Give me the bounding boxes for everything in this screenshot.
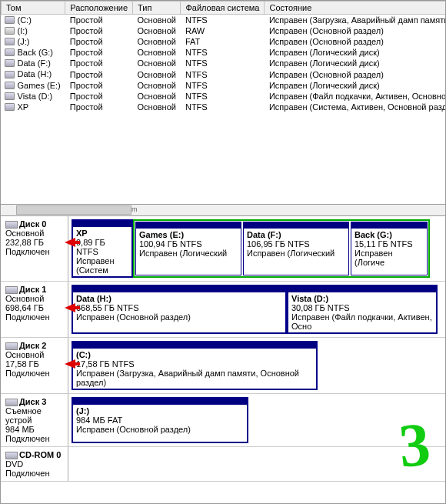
partition-size: 100,94 ГБ NTFS — [139, 239, 202, 249]
cell-state: Исправен (Основной раздел) — [265, 36, 446, 47]
volume-list-panel[interactable]: ТомРасположениеТипФайловая системаСостоя… — [0, 0, 446, 204]
table-row[interactable]: XPПростойОсновнойNTFSИсправен (Система, … — [2, 102, 447, 112]
partition[interactable]: XP9,89 ГБ NTFSИсправен (Систем — [72, 219, 133, 278]
partition-header-bar — [288, 286, 436, 292]
cell-fs: NTFS — [181, 68, 265, 79]
column-header[interactable]: Том — [2, 2, 65, 15]
partition-body: XP9,89 ГБ NTFSИсправен (Систем — [73, 227, 131, 276]
table-row[interactable]: Games (E:)ПростойОсновнойNTFSИсправен (Л… — [2, 80, 447, 91]
cell-state: Исправен (Логический диск) — [265, 47, 446, 58]
partition-title: Games (E:) — [139, 230, 184, 239]
cell-type: Основной — [133, 25, 181, 36]
cell-layout: Простой — [65, 91, 133, 102]
red-arrow-annotation — [65, 303, 80, 314]
partition-body: (J:)984 МБ FATИсправен (Основной раздел) — [73, 405, 247, 436]
disk-size: 984 МБ — [5, 425, 35, 434]
partition-size: 15,11 ГБ NTFS — [354, 239, 413, 249]
column-header[interactable]: Расположение — [65, 2, 133, 15]
disk-label[interactable]: Диск 1Основной698,64 ГБПодключен — [1, 282, 68, 337]
disk-kind: Основной — [5, 229, 44, 238]
partition-size: 30,08 ГБ NTFS — [291, 303, 350, 312]
top-scrollbar[interactable]: m — [0, 204, 446, 216]
cell-fs: FAT — [181, 36, 265, 47]
partition[interactable]: Vista (D:)30,08 ГБ NTFSИсправен (Файл по… — [287, 285, 438, 334]
partition-state: Исправен (Файл подкачки, Активен, Осно — [291, 312, 432, 331]
volume-name-cell: Games (E:) — [2, 80, 65, 91]
cell-layout: Простой — [65, 80, 133, 91]
cell-state: Исправен (Файл подкачки, Активен, Основн… — [265, 91, 446, 102]
disk-name: Диск 2 — [19, 341, 46, 350]
cell-layout: Простой — [65, 58, 133, 68]
disk-kind: Основной — [5, 350, 44, 359]
table-row[interactable]: Vista (D:)ПростойОсновнойNTFSИсправен (Ф… — [2, 91, 447, 102]
disk-icon — [5, 221, 18, 229]
partition-size: 9,89 ГБ NTFS — [76, 238, 105, 256]
disk-name: CD-ROM 0 — [19, 450, 61, 459]
scrollbar-thumb[interactable] — [16, 205, 131, 215]
extended-partition-group: Games (E:)100,94 ГБ NTFSИсправен (Логиче… — [133, 219, 430, 278]
partition-body: Games (E:)100,94 ГБ NTFSИсправен (Логиче… — [136, 229, 241, 259]
disk-name: Диск 1 — [19, 285, 46, 294]
partition-size: 668,55 ГБ NTFS — [76, 303, 139, 312]
disk-size: 17,58 ГБ — [5, 359, 39, 369]
table-row[interactable]: (J:)ПростойОсновнойFATИсправен (Основной… — [2, 36, 447, 47]
partition[interactable]: Back (G:)15,11 ГБ NTFSИсправен (Логиче — [351, 222, 428, 275]
table-row[interactable]: Data (H:)ПростойОсновнойNTFSИсправен (Ос… — [2, 68, 447, 79]
partition[interactable]: Games (E:)100,94 ГБ NTFSИсправен (Логиче… — [135, 222, 241, 275]
partition-title: Data (F:) — [247, 230, 281, 239]
table-row[interactable]: (C:)ПростойОсновнойNTFSИсправен (Загрузк… — [2, 15, 447, 26]
column-header[interactable]: Состояние — [265, 2, 446, 15]
cell-layout: Простой — [65, 25, 133, 36]
disk-kind: DVD — [5, 459, 23, 469]
disk-row: Диск 0Основной232,88 ГБПодключенXP9,89 Г… — [1, 216, 445, 282]
disk-status: Подключен — [5, 312, 50, 322]
disk-row: Диск 1Основной698,64 ГБПодключенData (H:… — [1, 282, 445, 338]
partition-body: Back (G:)15,11 ГБ NTFSИсправен (Логиче — [351, 229, 427, 269]
partition[interactable]: (J:)984 МБ FATИсправен (Основной раздел) — [72, 397, 248, 443]
partition-state: Исправен (Загрузка, Аварийный дамп памят… — [76, 369, 299, 387]
cell-fs: NTFS — [181, 91, 265, 102]
partition[interactable]: Data (F:)106,95 ГБ NTFSИсправен (Логичес… — [243, 222, 349, 275]
partition[interactable]: Data (H:)668,55 ГБ NTFSИсправен (Основно… — [72, 285, 287, 334]
disk-partitions: Data (H:)668,55 ГБ NTFSИсправен (Основно… — [68, 282, 445, 337]
volume-name-cell: (J:) — [2, 36, 65, 47]
disk-label[interactable]: CD-ROM 0DVDПодключен — [1, 447, 68, 481]
partition-title: Data (H:) — [76, 294, 112, 303]
volume-name-cell: Back (G:) — [2, 47, 65, 58]
disk-partitions: XP9,89 ГБ NTFSИсправен (СистемGames (E:)… — [68, 216, 445, 281]
disk-partitions — [68, 447, 445, 481]
volume-icon — [5, 16, 15, 24]
disk-partitions: (J:)984 МБ FATИсправен (Основной раздел) — [68, 394, 445, 446]
column-header[interactable]: Файловая система — [181, 2, 265, 15]
table-row[interactable]: Back (G:)ПростойОсновнойNTFSИсправен (Ло… — [2, 47, 447, 58]
disk-row: Диск 2Основной17,58 ГБПодключен(C:)17,58… — [1, 338, 445, 394]
disk-kind: Съемное устрой — [5, 406, 42, 425]
cell-layout: Простой — [65, 68, 133, 79]
column-header[interactable]: Тип — [133, 2, 181, 15]
disk-map-panel: Диск 0Основной232,88 ГБПодключенXP9,89 Г… — [0, 216, 446, 504]
disk-status: Подключен — [5, 369, 50, 378]
cell-layout: Простой — [65, 102, 133, 112]
disk-size: 232,88 ГБ — [5, 238, 44, 247]
disk-label[interactable]: Диск 3Съемное устрой984 МБПодключен — [1, 394, 68, 446]
table-row[interactable]: Data (F:)ПростойОсновнойNTFSИсправен (Ло… — [2, 58, 447, 68]
cell-state: Исправен (Загрузка, Аварийный дамп памят… — [265, 15, 446, 26]
volume-icon — [5, 27, 15, 35]
table-row[interactable]: (I:)ПростойОсновнойRAWИсправен (Основной… — [2, 25, 447, 36]
volume-table: ТомРасположениеТипФайловая системаСостоя… — [1, 1, 446, 112]
partition-header-bar — [73, 399, 247, 405]
partition-size: 984 МБ FAT — [76, 416, 122, 425]
cell-type: Основной — [133, 102, 181, 112]
disk-status: Подключен — [5, 247, 50, 256]
partition-header-bar — [73, 342, 316, 349]
volume-icon — [5, 92, 15, 100]
partition-title: (C:) — [76, 350, 91, 359]
cell-fs: NTFS — [181, 15, 265, 26]
partition-state: Исправен (Систем — [76, 256, 115, 275]
disk-label[interactable]: Диск 0Основной232,88 ГБПодключен — [1, 216, 68, 281]
partition-body: (C:)17,58 ГБ NTFSИсправен (Загрузка, Ава… — [73, 349, 316, 389]
partition[interactable]: (C:)17,58 ГБ NTFSИсправен (Загрузка, Ава… — [72, 341, 318, 390]
partition-state: Исправен (Основной раздел) — [76, 425, 191, 434]
partition-header-bar — [73, 221, 131, 227]
disk-label[interactable]: Диск 2Основной17,58 ГБПодключен — [1, 338, 68, 393]
